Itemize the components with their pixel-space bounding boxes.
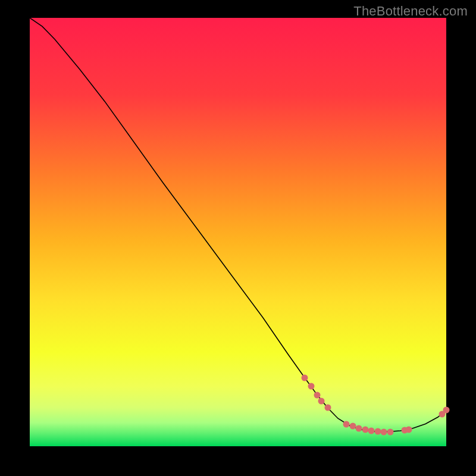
data-point-marker [374,428,381,434]
data-point-marker [324,405,331,411]
data-point-marker [356,425,362,431]
data-point-marker [381,428,387,435]
data-point-marker [368,428,375,434]
data-point-marker [308,383,314,390]
chart-background-gradient [30,18,446,446]
data-point-marker [343,421,350,427]
data-point-marker [387,428,393,435]
data-point-marker [349,423,356,430]
watermark-text: TheBottleneck.com [353,4,468,19]
data-point-marker [362,426,368,433]
data-point-marker [318,398,325,405]
svg-rect-0 [30,18,446,446]
data-point-marker [314,392,321,398]
data-point-marker [406,426,412,433]
data-point-marker [302,374,308,381]
chart-plot-area [30,18,446,446]
data-point-marker [443,406,450,413]
